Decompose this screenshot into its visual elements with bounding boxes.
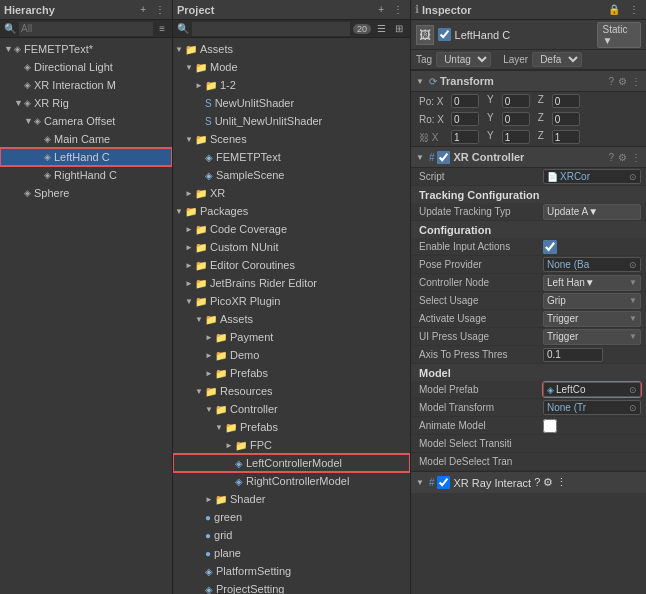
tag-layer-row: Tag Untag Layer Defa	[411, 50, 646, 70]
hierarchy-menu-button[interactable]: ⋮	[152, 3, 168, 16]
proj-xr[interactable]: ► 📁 XR	[173, 184, 410, 202]
proj-right-ctrl-model[interactable]: ► ◈ RightControllerModel	[173, 472, 410, 490]
project-add-button[interactable]: +	[375, 3, 387, 16]
pose-provider-ref[interactable]: None (Ba ⊙	[543, 257, 641, 272]
controller-node-dropdown[interactable]: Left Han▼ ▼	[543, 275, 641, 291]
scale-z-input[interactable]	[552, 130, 580, 144]
proj-platform-setting[interactable]: ► ◈ PlatformSetting	[173, 562, 410, 580]
1-2-label: 1-2	[220, 79, 236, 91]
inspector-info-icon: ℹ	[415, 3, 419, 16]
prefabs2-arrow: ▼	[215, 423, 225, 432]
proj-mode[interactable]: ▼ 📁 Mode	[173, 58, 410, 76]
script-ref[interactable]: 📄 XRCor ⊙	[543, 169, 641, 184]
hierarchy-item-xr-interaction[interactable]: ◈ XR Interaction M	[0, 76, 172, 94]
transform-help-icon[interactable]: ?	[608, 76, 614, 87]
proj-left-ctrl-model[interactable]: ► ◈ LeftControllerModel	[173, 454, 410, 472]
layer-dropdown[interactable]: Defa	[532, 52, 582, 67]
proj-payment[interactable]: ► 📁 Payment	[173, 328, 410, 346]
proj-demo[interactable]: ► 📁 Demo	[173, 346, 410, 364]
hierarchy-search-input[interactable]	[19, 22, 153, 36]
model-transform-ref[interactable]: None (Tr ⊙	[543, 400, 641, 415]
proj-packages[interactable]: ▼ 📁 Packages	[173, 202, 410, 220]
tag-dropdown[interactable]: Untag	[436, 52, 491, 67]
rot-z-input[interactable]	[552, 112, 580, 126]
hierarchy-item-righthand[interactable]: ◈ RightHand C	[0, 166, 172, 184]
enable-input-checkbox[interactable]	[543, 240, 557, 254]
proj-project-setting[interactable]: ► ◈ ProjectSetting	[173, 580, 410, 594]
script-value: XRCor	[560, 171, 590, 182]
xr-ray-enabled-checkbox[interactable]	[437, 476, 450, 489]
proj-editor-coroutines[interactable]: ► 📁 Editor Coroutines	[173, 256, 410, 274]
proj-unlit-new-unlit[interactable]: ► S Unlit_NewUnlitShader	[173, 112, 410, 130]
proj-custom-nunit[interactable]: ► 📁 Custom NUnit	[173, 238, 410, 256]
axis-input[interactable]	[543, 348, 603, 362]
proj-sample-scene[interactable]: ► ◈ SampleScene	[173, 166, 410, 184]
transform-more-icon[interactable]: ⋮	[631, 76, 641, 87]
project-filter-button[interactable]: ☰	[374, 22, 389, 35]
xr-controller-help-icon[interactable]: ?	[608, 152, 614, 163]
model-prefab-ref[interactable]: ◈ LeftCo ⊙	[543, 382, 641, 397]
hierarchy-item-main-cam[interactable]: ◈ Main Came	[0, 130, 172, 148]
pos-label: Po: X	[419, 96, 449, 107]
proj-plane[interactable]: ► ● plane	[173, 544, 410, 562]
proj-prefabs[interactable]: ► 📁 Prefabs	[173, 364, 410, 382]
proj-new-unlit-shader[interactable]: ► S NewUnlitShader	[173, 94, 410, 112]
proj-1-2[interactable]: ► 📁 1-2	[173, 76, 410, 94]
hierarchy-item-xr-rig[interactable]: ▼ ◈ XR Rig	[0, 94, 172, 112]
inspector-lock-button[interactable]: 🔒	[605, 3, 623, 16]
demo-icon: 📁	[215, 350, 227, 361]
xr-ray-help-icon[interactable]: ?	[534, 476, 540, 488]
proj-resources[interactable]: ▼ 📁 Resources	[173, 382, 410, 400]
proj-grid[interactable]: ► ● grid	[173, 526, 410, 544]
xr-controller-enabled-checkbox[interactable]	[437, 151, 450, 164]
hierarchy-item-sphere[interactable]: ◈ Sphere	[0, 184, 172, 202]
xr-controller-settings-icon[interactable]: ⚙	[618, 152, 627, 163]
xr-controller-header[interactable]: ▼ # XR Controller ? ⚙ ⋮	[411, 146, 646, 168]
proj-femtp-text[interactable]: ► ◈ FEMETPText	[173, 148, 410, 166]
proj-shader[interactable]: ► 📁 Shader	[173, 490, 410, 508]
animate-model-checkbox[interactable]	[543, 419, 557, 433]
xr-ray-settings-icon[interactable]: ⚙	[543, 476, 553, 488]
proj-assets[interactable]: ▼ 📁 Assets	[173, 40, 410, 58]
hierarchy-item-femtp[interactable]: ▼ ◈ FEMETPText*	[0, 40, 172, 58]
object-active-checkbox[interactable]	[438, 28, 451, 41]
proj-prefabs2[interactable]: ▼ 📁 Prefabs	[173, 418, 410, 436]
select-usage-dropdown[interactable]: Grip ▼	[543, 293, 641, 309]
xr-ray-header[interactable]: ▼ # XR Ray Interact ? ⚙ ⋮	[411, 471, 646, 493]
proj-jetbrains[interactable]: ► 📁 JetBrains Rider Editor	[173, 274, 410, 292]
activate-usage-dropdown[interactable]: Trigger ▼	[543, 311, 641, 327]
proj-fpc[interactable]: ► 📁 FPC	[173, 436, 410, 454]
project-search-input[interactable]	[192, 22, 350, 36]
rot-x-input[interactable]	[451, 112, 479, 126]
inspector-menu-button[interactable]: ⋮	[626, 3, 642, 16]
ui-press-dropdown[interactable]: Trigger ▼	[543, 329, 641, 345]
pos-z-input[interactable]	[552, 94, 580, 108]
hierarchy-filter-button[interactable]: ≡	[156, 22, 168, 35]
proj-controller-folder[interactable]: ▼ 📁 Controller	[173, 400, 410, 418]
proj-green[interactable]: ► ● green	[173, 508, 410, 526]
picoxr-icon: 📁	[195, 296, 207, 307]
proj-code-coverage[interactable]: ► 📁 Code Coverage	[173, 220, 410, 238]
hierarchy-add-button[interactable]: +	[137, 3, 149, 16]
transform-header[interactable]: ▼ ⟳ Transform ? ⚙ ⋮	[411, 70, 646, 92]
project-menu-button[interactable]: ⋮	[390, 3, 406, 16]
hierarchy-item-camera-offset[interactable]: ▼ ◈ Camera Offset	[0, 112, 172, 130]
scale-x-input[interactable]	[451, 130, 479, 144]
static-badge[interactable]: Static ▼	[597, 22, 641, 48]
assets-arrow: ▼	[175, 45, 185, 54]
update-tracking-dropdown[interactable]: Update A▼	[543, 204, 641, 220]
hierarchy-item-lefthand[interactable]: ◈ LeftHand C	[0, 148, 172, 166]
proj-scenes[interactable]: ▼ 📁 Scenes	[173, 130, 410, 148]
object-name-field[interactable]	[455, 29, 593, 41]
project-view-button[interactable]: ⊞	[392, 22, 406, 35]
proj-picoxr[interactable]: ▼ 📁 PicoXR Plugin	[173, 292, 410, 310]
xr-ray-more-icon[interactable]: ⋮	[556, 476, 567, 488]
transform-settings-icon[interactable]: ⚙	[618, 76, 627, 87]
xr-controller-more-icon[interactable]: ⋮	[631, 152, 641, 163]
rot-y-input[interactable]	[502, 112, 530, 126]
scale-y-input[interactable]	[502, 130, 530, 144]
pos-x-input[interactable]	[451, 94, 479, 108]
proj-picoxr-assets[interactable]: ▼ 📁 Assets	[173, 310, 410, 328]
hierarchy-item-dirlight[interactable]: ◈ Directional Light	[0, 58, 172, 76]
pos-y-input[interactable]	[502, 94, 530, 108]
